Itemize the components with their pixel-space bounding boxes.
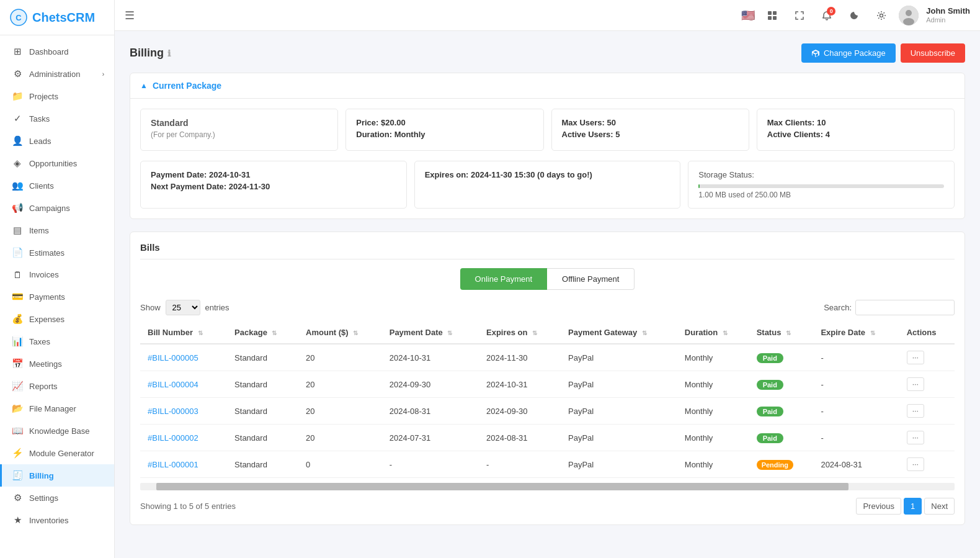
- bill-link-3[interactable]: #BILL-000002: [148, 433, 198, 443]
- action-button-1[interactable]: ···: [907, 377, 924, 391]
- package-cell: Standard: [227, 344, 298, 371]
- status-cell: Paid: [749, 398, 814, 425]
- svg-rect-2: [768, 11, 772, 15]
- col-amount[interactable]: Amount ($) ⇅: [298, 322, 382, 344]
- col-duration[interactable]: Duration ⇅: [677, 322, 749, 344]
- col-expires-on[interactable]: Expires on ⇅: [479, 322, 561, 344]
- expire-date-cell: -: [813, 344, 899, 371]
- expand-icon[interactable]: [790, 6, 809, 25]
- expires-on-cell: -: [479, 451, 561, 478]
- sidebar-item-dashboard[interactable]: ⊞Dashboard: [0, 40, 114, 63]
- col-gateway[interactable]: Payment Gateway ⇅: [561, 322, 677, 344]
- bills-table-container: Bill Number ⇅ Package ⇅ Amount ($) ⇅ Pay…: [140, 322, 955, 478]
- payments-icon: 💳: [12, 291, 23, 302]
- col-expire-date[interactable]: Expire Date ⇅: [813, 322, 899, 344]
- duration-cell: Monthly: [677, 425, 749, 451]
- col-status[interactable]: Status ⇅: [749, 322, 814, 344]
- sidebar-item-leads[interactable]: 👤Leads: [0, 130, 114, 152]
- header-actions: Change Package Unsubscribe: [801, 43, 965, 63]
- action-button-3[interactable]: ···: [907, 431, 924, 444]
- sidebar-item-expenses[interactable]: 💰Expenses: [0, 308, 114, 330]
- sidebar-item-campaigns[interactable]: 📢Campaigns: [0, 197, 114, 219]
- users-item: Max Users: 50 Active Users: 5: [551, 109, 749, 151]
- amount-cell: 20: [298, 344, 382, 371]
- amount-cell: 0: [298, 451, 382, 478]
- sidebar-item-knowledge-base[interactable]: 📖Knowledge Base: [0, 420, 114, 442]
- action-button-2[interactable]: ···: [907, 404, 924, 418]
- expires-item: Expires on: 2024-11-30 15:30 (0 days to …: [414, 161, 681, 209]
- tasks-icon: ✓: [12, 113, 23, 124]
- apps-icon[interactable]: [762, 6, 782, 25]
- offline-payment-button[interactable]: Offline Payment: [547, 268, 635, 290]
- previous-button[interactable]: Previous: [856, 498, 901, 515]
- actions-cell: ···: [899, 425, 955, 451]
- package-cell: Standard: [227, 371, 298, 398]
- col-package[interactable]: Package ⇅: [227, 322, 298, 344]
- status-cell: Paid: [749, 425, 814, 451]
- payment-date-cell: 2024-07-31: [382, 425, 479, 451]
- col-bill-number[interactable]: Bill Number ⇅: [140, 322, 227, 344]
- sidebar-item-estimates[interactable]: 📄Estimates: [0, 241, 114, 264]
- table-row: #BILL-000001 Standard 0 - - PayPal Month…: [140, 451, 955, 478]
- settings-icon[interactable]: [871, 6, 891, 25]
- status-badge: Paid: [757, 407, 783, 416]
- sidebar-item-settings[interactable]: ⚙Settings: [0, 487, 114, 509]
- sidebar-item-tasks[interactable]: ✓Tasks: [0, 107, 114, 130]
- sidebar-item-inventories[interactable]: ★Inventories: [0, 509, 114, 531]
- dashboard-icon: ⊞: [12, 46, 23, 57]
- sidebar-item-meetings[interactable]: 📅Meetings: [0, 353, 114, 375]
- bill-number-cell: #BILL-000002: [140, 425, 227, 451]
- sidebar-item-module-generator[interactable]: ⚡Module Generator: [0, 442, 114, 464]
- sidebar-item-administration[interactable]: ⚙Administration›: [0, 63, 114, 85]
- sidebar-label-file-manager: File Manager: [29, 404, 76, 413]
- bill-link-2[interactable]: #BILL-000003: [148, 407, 198, 416]
- hamburger-icon[interactable]: ☰: [125, 9, 135, 22]
- unsubscribe-button[interactable]: Unsubscribe: [901, 43, 965, 63]
- bill-link-1[interactable]: #BILL-000004: [148, 380, 198, 389]
- amount-cell: 20: [298, 398, 382, 425]
- sidebar-item-invoices[interactable]: 🗒Invoices: [0, 264, 114, 286]
- module-generator-icon: ⚡: [12, 448, 23, 459]
- bills-tbody: #BILL-000005 Standard 20 2024-10-31 2024…: [140, 344, 955, 478]
- payment-dates-item: Payment Date: 2024-10-31 Next Payment Da…: [140, 161, 407, 209]
- dark-mode-icon[interactable]: [844, 6, 864, 25]
- scrollbar-thumb[interactable]: [156, 483, 849, 490]
- online-payment-button[interactable]: Online Payment: [460, 268, 548, 290]
- sidebar-item-clients[interactable]: 👥Clients: [0, 174, 114, 197]
- status-cell: Paid: [749, 344, 814, 371]
- col-payment-date[interactable]: Payment Date ⇅: [382, 322, 479, 344]
- bill-link-4[interactable]: #BILL-000001: [148, 460, 198, 469]
- package-cell: Standard: [227, 425, 298, 451]
- search-input[interactable]: [855, 300, 955, 315]
- change-package-button[interactable]: Change Package: [801, 43, 896, 63]
- sidebar-item-opportunities[interactable]: ◈Opportunities: [0, 152, 114, 174]
- sidebar-item-reports[interactable]: 📈Reports: [0, 375, 114, 397]
- sidebar-label-campaigns: Campaigns: [29, 204, 70, 213]
- user-info: John Smith Admin: [926, 6, 970, 24]
- avatar: [899, 6, 919, 25]
- payment-date-line: Payment Date: 2024-10-31: [151, 170, 396, 179]
- storage-item: Storage Status: 1.00 MB used of 250.00 M…: [688, 161, 955, 209]
- page-1-button[interactable]: 1: [904, 498, 922, 515]
- search-label: Search:: [824, 303, 852, 312]
- horizontal-scrollbar[interactable]: [140, 483, 955, 490]
- taxes-icon: 📊: [12, 336, 23, 347]
- bill-link-0[interactable]: #BILL-000005: [148, 353, 198, 362]
- action-button-4[interactable]: ···: [907, 457, 924, 471]
- notification-icon[interactable]: 0: [817, 6, 837, 25]
- sidebar-item-items[interactable]: ▤Items: [0, 219, 114, 241]
- current-package-header[interactable]: ▲ Current Package: [130, 73, 964, 99]
- sidebar-item-file-manager[interactable]: 📂File Manager: [0, 397, 114, 420]
- opportunities-icon: ◈: [12, 158, 23, 169]
- next-button[interactable]: Next: [924, 498, 955, 515]
- sidebar-item-payments[interactable]: 💳Payments: [0, 286, 114, 308]
- entries-select[interactable]: 25 10 50 100: [166, 300, 200, 315]
- sidebar-item-projects[interactable]: 📁Projects: [0, 85, 114, 107]
- gateway-cell: PayPal: [561, 425, 677, 451]
- sidebar-item-taxes[interactable]: 📊Taxes: [0, 330, 114, 353]
- action-button-0[interactable]: ···: [907, 351, 924, 364]
- actions-cell: ···: [899, 398, 955, 425]
- sidebar-item-billing[interactable]: 🧾Billing: [0, 464, 114, 487]
- svg-point-6: [880, 14, 883, 17]
- language-flag[interactable]: 🇺🇸: [741, 9, 755, 22]
